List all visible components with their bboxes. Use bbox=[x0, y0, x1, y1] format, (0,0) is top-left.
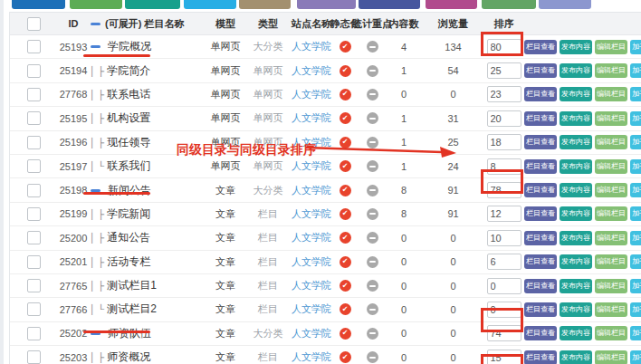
add-child-column-button[interactable]: 加子栏目 bbox=[630, 350, 641, 364]
view-column-button[interactable]: 栏目查看 bbox=[524, 350, 557, 364]
row-site-link[interactable]: 人文学院 bbox=[292, 279, 330, 292]
edit-column-button[interactable]: 编辑栏目 bbox=[595, 254, 627, 269]
row-site-link[interactable]: 人文学院 bbox=[292, 40, 330, 53]
edit-column-button[interactable]: 编辑栏目 bbox=[595, 326, 627, 340]
sort-input[interactable] bbox=[487, 39, 521, 55]
toolbar-button-7[interactable] bbox=[359, 0, 420, 9]
view-column-button[interactable]: 栏目查看 bbox=[524, 159, 557, 174]
sort-input[interactable] bbox=[487, 206, 521, 222]
edit-column-button[interactable]: 编辑栏目 bbox=[595, 40, 627, 54]
row-site-link[interactable]: 人文学院 bbox=[292, 88, 330, 101]
stat-focus-disabled-icon[interactable] bbox=[367, 89, 378, 101]
sort-input[interactable] bbox=[487, 230, 521, 246]
static-enabled-icon[interactable] bbox=[340, 303, 351, 315]
view-column-button[interactable]: 栏目查看 bbox=[524, 40, 557, 54]
add-child-column-button[interactable]: 加子栏目 bbox=[630, 183, 641, 197]
stat-focus-disabled-icon[interactable] bbox=[367, 280, 378, 292]
row-site-link[interactable]: 人文学院 bbox=[292, 255, 330, 269]
sort-input[interactable] bbox=[487, 110, 521, 127]
sort-input[interactable] bbox=[487, 134, 521, 150]
row-checkbox[interactable] bbox=[27, 279, 41, 292]
row-site-link[interactable]: 人文学院 bbox=[292, 350, 330, 364]
static-enabled-icon[interactable] bbox=[340, 256, 351, 268]
static-enabled-icon[interactable] bbox=[340, 137, 351, 148]
edit-column-button[interactable]: 编辑栏目 bbox=[595, 135, 627, 149]
publish-content-button[interactable]: 发布内容 bbox=[560, 326, 592, 340]
row-checkbox[interactable] bbox=[27, 231, 41, 244]
add-child-column-button[interactable]: 加子栏目 bbox=[630, 40, 641, 54]
toolbar-button-5[interactable] bbox=[239, 0, 291, 9]
edit-column-button[interactable]: 编辑栏目 bbox=[595, 159, 627, 174]
publish-content-button[interactable]: 发布内容 bbox=[560, 231, 592, 245]
stat-focus-disabled-icon[interactable] bbox=[367, 137, 378, 148]
publish-content-button[interactable]: 发布内容 bbox=[560, 206, 592, 221]
sort-input[interactable] bbox=[487, 62, 521, 79]
collapse-icon[interactable] bbox=[91, 45, 100, 48]
row-checkbox[interactable] bbox=[27, 207, 41, 221]
row-site-link[interactable]: 人文学院 bbox=[292, 184, 330, 197]
row-site-link[interactable]: 人文学院 bbox=[292, 111, 330, 125]
view-column-button[interactable]: 栏目查看 bbox=[524, 183, 557, 197]
sort-input[interactable] bbox=[487, 254, 521, 270]
sort-input[interactable] bbox=[487, 325, 521, 341]
stat-focus-disabled-icon[interactable] bbox=[367, 232, 378, 244]
sort-input[interactable] bbox=[487, 302, 521, 318]
publish-content-button[interactable]: 发布内容 bbox=[560, 302, 592, 317]
toolbar-button-2[interactable] bbox=[70, 0, 122, 9]
toolbar-button-9[interactable] bbox=[482, 0, 536, 9]
add-child-column-button[interactable]: 加子栏目 bbox=[630, 206, 641, 221]
view-column-button[interactable]: 栏目查看 bbox=[524, 87, 557, 101]
view-column-button[interactable]: 栏目查看 bbox=[524, 63, 557, 78]
edit-column-button[interactable]: 编辑栏目 bbox=[595, 111, 627, 126]
add-child-column-button[interactable]: 加子栏目 bbox=[630, 63, 641, 78]
view-column-button[interactable]: 栏目查看 bbox=[524, 302, 557, 317]
toolbar-button-10[interactable] bbox=[539, 0, 591, 9]
view-column-button[interactable]: 栏目查看 bbox=[524, 279, 557, 293]
edit-column-button[interactable]: 编辑栏目 bbox=[595, 87, 627, 101]
publish-content-button[interactable]: 发布内容 bbox=[560, 40, 592, 54]
edit-column-button[interactable]: 编辑栏目 bbox=[595, 63, 627, 78]
static-enabled-icon[interactable] bbox=[340, 280, 351, 292]
publish-content-button[interactable]: 发布内容 bbox=[560, 183, 592, 197]
collapse-icon[interactable] bbox=[91, 332, 100, 335]
sort-input[interactable] bbox=[487, 350, 521, 364]
toolbar-button-6[interactable] bbox=[297, 0, 356, 9]
add-child-column-button[interactable]: 加子栏目 bbox=[630, 279, 641, 293]
row-checkbox[interactable] bbox=[27, 184, 41, 197]
add-child-column-button[interactable]: 加子栏目 bbox=[630, 135, 641, 149]
stat-focus-disabled-icon[interactable] bbox=[367, 208, 378, 220]
view-column-button[interactable]: 栏目查看 bbox=[524, 135, 557, 149]
row-site-link[interactable]: 人文学院 bbox=[292, 64, 330, 78]
stat-focus-disabled-icon[interactable] bbox=[367, 41, 378, 53]
row-checkbox[interactable] bbox=[27, 111, 41, 125]
view-column-button[interactable]: 栏目查看 bbox=[524, 326, 557, 340]
collapse-all-icon[interactable] bbox=[91, 23, 100, 25]
view-column-button[interactable]: 栏目查看 bbox=[524, 206, 557, 221]
stat-focus-disabled-icon[interactable] bbox=[367, 303, 378, 315]
toolbar-button-1[interactable] bbox=[12, 0, 65, 9]
toolbar-button-8[interactable] bbox=[426, 0, 477, 9]
row-checkbox[interactable] bbox=[27, 40, 41, 53]
row-checkbox[interactable] bbox=[27, 136, 41, 149]
publish-content-button[interactable]: 发布内容 bbox=[560, 111, 592, 126]
static-enabled-icon[interactable] bbox=[340, 89, 351, 101]
static-enabled-icon[interactable] bbox=[340, 160, 351, 172]
sort-input[interactable] bbox=[487, 278, 521, 294]
stat-focus-disabled-icon[interactable] bbox=[367, 256, 378, 268]
add-child-column-button[interactable]: 加子栏目 bbox=[630, 111, 641, 126]
static-enabled-icon[interactable] bbox=[340, 41, 351, 53]
row-site-link[interactable]: 人文学院 bbox=[292, 231, 330, 244]
row-checkbox[interactable] bbox=[27, 350, 41, 364]
sort-input[interactable] bbox=[487, 86, 521, 102]
publish-content-button[interactable]: 发布内容 bbox=[560, 87, 592, 101]
row-checkbox[interactable] bbox=[27, 64, 41, 78]
static-enabled-icon[interactable] bbox=[340, 112, 351, 124]
static-enabled-icon[interactable] bbox=[340, 208, 351, 220]
select-all-checkbox[interactable] bbox=[27, 17, 41, 31]
add-child-column-button[interactable]: 加子栏目 bbox=[630, 326, 641, 340]
row-site-link[interactable]: 人文学院 bbox=[292, 302, 330, 316]
static-enabled-icon[interactable] bbox=[340, 328, 351, 340]
publish-content-button[interactable]: 发布内容 bbox=[560, 279, 592, 293]
stat-focus-disabled-icon[interactable] bbox=[367, 328, 378, 340]
add-child-column-button[interactable]: 加子栏目 bbox=[630, 159, 641, 174]
